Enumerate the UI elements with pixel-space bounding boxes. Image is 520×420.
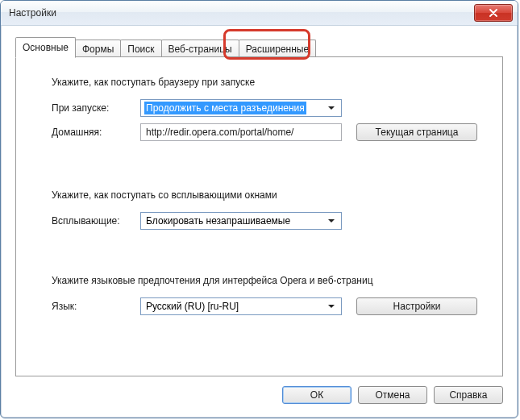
tab-webpages[interactable]: Веб-страницы — [161, 40, 239, 57]
dialog-buttons: ОК Отмена Справка — [282, 386, 503, 404]
language-label: Язык: — [52, 301, 140, 312]
close-icon — [489, 9, 498, 17]
language-combo[interactable]: Русский (RU) [ru-RU] — [140, 297, 342, 315]
row-on-launch: При запуске: Продолжить с места разъедин… — [52, 99, 478, 117]
current-page-button[interactable]: Текущая страница — [356, 123, 477, 141]
window-title: Настройки — [9, 7, 56, 19]
chevron-down-icon — [323, 100, 338, 116]
titlebar: Настройки — [1, 1, 518, 26]
ok-button[interactable]: ОК — [282, 386, 352, 404]
client-area: Основные Формы Поиск Веб-страницы Расшир… — [6, 26, 512, 412]
on-launch-value: Продолжить с места разъединения — [144, 102, 306, 114]
on-launch-label: При запуске: — [52, 102, 140, 114]
popups-value: Блокировать незапрашиваемые — [146, 215, 290, 227]
tab-forms[interactable]: Формы — [75, 40, 121, 57]
tab-search[interactable]: Поиск — [120, 40, 161, 57]
close-button[interactable] — [474, 4, 513, 22]
tab-panel-general: Укажите, как поступать браузеру при запу… — [15, 56, 503, 376]
help-button[interactable]: Справка — [434, 386, 503, 404]
on-launch-combo[interactable]: Продолжить с места разъединения — [140, 99, 342, 117]
popups-label: Всплывающие: — [52, 215, 140, 227]
row-popups: Всплывающие: Блокировать незапрашиваемые — [52, 212, 478, 230]
tab-advanced[interactable]: Расширенные — [239, 40, 317, 57]
language-value: Русский (RU) [ru-RU] — [146, 301, 239, 312]
tab-general[interactable]: Основные — [15, 37, 76, 58]
row-language: Язык: Русский (RU) [ru-RU] Настройки — [52, 297, 478, 315]
language-heading: Укажите языковые предпочтения для интерф… — [52, 275, 478, 286]
language-settings-button[interactable]: Настройки — [356, 297, 477, 315]
row-homepage: Домашняя: Текущая страница — [52, 123, 478, 141]
settings-window: Настройки Основные Формы Поиск Веб-стран… — [0, 0, 518, 418]
popups-combo[interactable]: Блокировать незапрашиваемые — [140, 212, 342, 230]
home-input[interactable] — [140, 123, 342, 141]
popups-heading: Укажите, как поступать со всплывающими о… — [52, 189, 478, 201]
tab-strip: Основные Формы Поиск Веб-страницы Расшир… — [15, 34, 512, 56]
startup-heading: Укажите, как поступать браузеру при запу… — [52, 77, 478, 88]
cancel-button[interactable]: Отмена — [358, 386, 427, 404]
chevron-down-icon — [323, 213, 338, 229]
chevron-down-icon — [323, 298, 338, 314]
home-label: Домашняя: — [52, 127, 140, 138]
